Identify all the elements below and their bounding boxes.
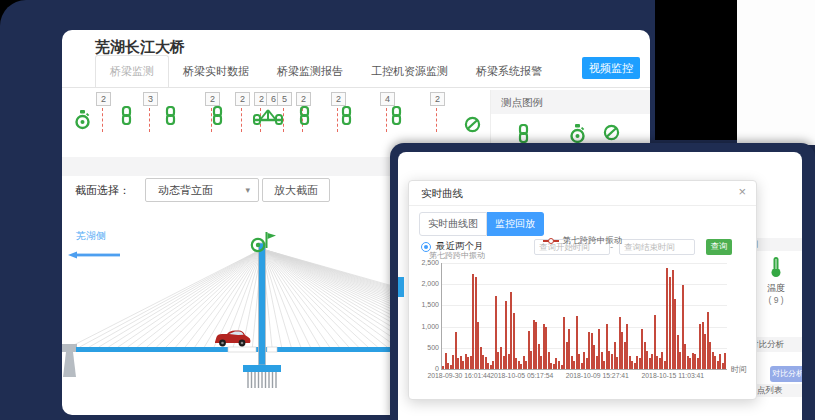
ban-icon[interactable] bbox=[464, 116, 481, 137]
main-tab[interactable]: 工控机资源监测 bbox=[357, 56, 462, 88]
popup-window: 测点图例 温度 ( 9 ) 对比分析 对比分析 监测点列表 实时曲线 × 实时曲… bbox=[390, 143, 815, 420]
stopwatch-icon[interactable] bbox=[74, 110, 91, 134]
screen: 芜湖长江大桥 桥梁监测桥梁实时数据桥梁监测报告工控机资源监测桥梁系统报警 视频监… bbox=[0, 0, 815, 420]
chevron-down-icon: ▾ bbox=[245, 179, 250, 201]
main-tabs: 桥梁监测桥梁实时数据桥梁监测报告工控机资源监测桥梁系统报警 bbox=[95, 58, 556, 88]
gridline bbox=[442, 327, 727, 328]
gridline bbox=[442, 263, 727, 264]
temperature-count: ( 9 ) bbox=[750, 295, 802, 305]
flag-icon bbox=[264, 231, 277, 253]
sensor-count-badge[interactable]: 3 bbox=[143, 92, 158, 106]
link-icon[interactable] bbox=[211, 106, 224, 129]
section-select-dropdown[interactable]: 动态背立面 ▾ bbox=[145, 178, 259, 202]
x-tick-label: 2018-09-30 16:01:44 bbox=[428, 372, 491, 379]
realtime-curve-dialog: 实时曲线 × 实时曲线图监控回放 最近两个月 - 查询 第七跨跨中振动 第七跨跨… bbox=[408, 180, 757, 400]
tabs-divider bbox=[62, 87, 650, 88]
sensor-count-badge[interactable]: 2 bbox=[430, 92, 445, 106]
video-monitor-button[interactable]: 视频监控 bbox=[582, 57, 640, 79]
bridge-icon[interactable] bbox=[252, 106, 284, 130]
popup-side-panel: 测点图例 温度 ( 9 ) 对比分析 对比分析 监测点列表 bbox=[750, 152, 802, 420]
x-tick-label: 2018-10-09 15:27:41 bbox=[566, 372, 629, 379]
gridline bbox=[442, 284, 727, 285]
sensor-drop-line bbox=[337, 108, 338, 132]
x-tick-label: 2018-10-05 05:17:54 bbox=[490, 372, 553, 379]
sensor-drop-line bbox=[241, 108, 242, 132]
temperature-label: 温度 bbox=[750, 282, 802, 295]
sensor-drop-line bbox=[102, 108, 103, 132]
dialog-tab[interactable]: 监控回放 bbox=[487, 212, 544, 236]
thermometer-icon bbox=[769, 270, 783, 280]
main-tab[interactable]: 桥梁监测报告 bbox=[263, 56, 357, 88]
sensor-drop-line bbox=[149, 108, 150, 132]
sensor-count-badge[interactable]: 2 bbox=[331, 92, 346, 106]
sensor-drop-line bbox=[436, 108, 437, 132]
y-tick-label: 1,000 bbox=[411, 323, 439, 330]
main-tab[interactable]: 桥梁监测 bbox=[95, 55, 169, 88]
link-icon[interactable] bbox=[340, 106, 353, 129]
background-black-block bbox=[655, 0, 737, 140]
dialog-header: 实时曲线 × bbox=[409, 181, 756, 206]
sensor-count-badge[interactable]: 2 bbox=[96, 92, 111, 106]
ban-icon bbox=[603, 124, 620, 145]
y-tick-label: 2,000 bbox=[411, 280, 439, 287]
side-legend-header: 测点图例 bbox=[750, 238, 802, 251]
x-tick-label: 2018-10-15 11:03:41 bbox=[642, 372, 705, 379]
temperature-block[interactable]: 温度 ( 9 ) bbox=[750, 256, 802, 305]
car-icon bbox=[212, 328, 252, 352]
sensor-count-badge[interactable]: 2 bbox=[235, 92, 250, 106]
data-spike bbox=[724, 353, 726, 369]
chart-plot-area: 05001,0001,5002,0002,5002018-09-30 16:01… bbox=[441, 263, 727, 370]
section-select-value: 动态背立面 bbox=[158, 184, 213, 196]
sensor-count-badge[interactable]: 5 bbox=[277, 92, 292, 106]
close-icon[interactable]: × bbox=[738, 185, 746, 199]
link-icon[interactable] bbox=[164, 106, 177, 129]
legend-label: 第七跨跨中振动 bbox=[563, 235, 623, 247]
compare-section-header: 对比分析 bbox=[750, 337, 802, 352]
link-icon[interactable] bbox=[390, 106, 403, 129]
dialog-tab[interactable]: 实时曲线图 bbox=[419, 212, 487, 236]
gridline bbox=[442, 305, 727, 306]
point-list-header: 监测点列表 bbox=[750, 384, 802, 397]
main-tab[interactable]: 桥梁实时数据 bbox=[169, 56, 263, 88]
main-tab[interactable]: 桥梁系统报警 bbox=[462, 56, 556, 88]
sensor-count-badge[interactable]: 4 bbox=[380, 92, 395, 106]
popup-window-content: 测点图例 温度 ( 9 ) 对比分析 对比分析 监测点列表 实时曲线 × 实时曲… bbox=[398, 152, 802, 420]
sensor-count-badge[interactable]: 2 bbox=[296, 92, 311, 106]
x-axis-title: 时间 bbox=[731, 364, 747, 375]
dialog-tabs: 实时曲线图监控回放 bbox=[419, 212, 544, 236]
y-tick-label: 2,500 bbox=[411, 259, 439, 266]
link-icon[interactable] bbox=[120, 106, 133, 129]
legend-line-marker bbox=[543, 240, 559, 242]
background-white-block bbox=[737, 0, 815, 145]
compare-analysis-button[interactable]: 对比分析 bbox=[770, 366, 802, 382]
y-tick-label: 0 bbox=[411, 365, 439, 372]
chart-legend[interactable]: 第七跨跨中振动 bbox=[409, 235, 756, 247]
legend-panel-header: 测点图例 bbox=[491, 90, 650, 114]
sensor-drop-line bbox=[386, 108, 387, 132]
sensor-count-badge[interactable]: 2 bbox=[205, 92, 220, 106]
y-tick-label: 1,500 bbox=[411, 301, 439, 308]
dialog-title: 实时曲线 bbox=[421, 181, 463, 205]
link-icon[interactable] bbox=[298, 106, 311, 129]
enlarge-section-button[interactable]: 放大截面 bbox=[262, 178, 330, 202]
scrollbar-fragment[interactable] bbox=[398, 277, 404, 297]
y-tick-label: 500 bbox=[411, 344, 439, 351]
section-select-label: 截面选择： bbox=[75, 183, 130, 198]
